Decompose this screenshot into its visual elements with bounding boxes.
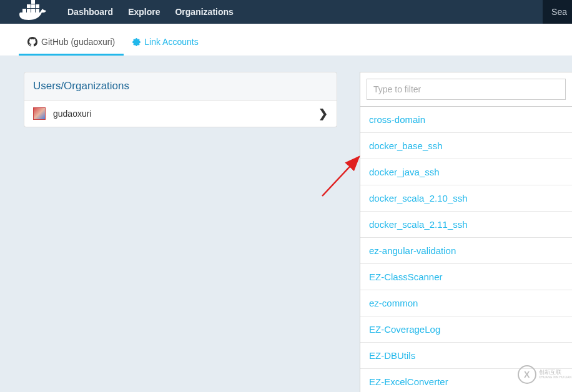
main-content: Users/Organizations gudaoxuri ❯ cross-do… bbox=[0, 56, 572, 392]
username-label: gudaoxuri bbox=[53, 109, 92, 119]
search-placeholder-partial: Sea bbox=[551, 7, 567, 17]
docker-logo[interactable] bbox=[19, 2, 49, 21]
avatar bbox=[33, 107, 46, 120]
repo-item[interactable]: docker_java_ssh bbox=[360, 159, 572, 185]
chevron-right-icon: ❯ bbox=[318, 107, 328, 120]
repo-item[interactable]: docker_scala_2.10_ssh bbox=[360, 185, 572, 212]
svg-rect-4 bbox=[27, 4, 31, 8]
tab-link-accounts[interactable]: Link Accounts bbox=[124, 28, 207, 56]
svg-rect-7 bbox=[31, 0, 35, 4]
filter-container bbox=[360, 72, 572, 107]
github-icon bbox=[27, 37, 37, 47]
repo-item[interactable]: EZ-CoverageLog bbox=[360, 316, 572, 343]
users-orgs-header: Users/Organizations bbox=[24, 72, 337, 100]
repo-item[interactable]: docker_base_ssh bbox=[360, 133, 572, 159]
user-row-gudaoxuri[interactable]: gudaoxuri ❯ bbox=[24, 100, 337, 127]
svg-rect-1 bbox=[27, 9, 31, 12]
svg-rect-2 bbox=[31, 9, 35, 12]
repo-item[interactable]: ez-common bbox=[360, 290, 572, 316]
tab-link-accounts-label: Link Accounts bbox=[144, 37, 198, 47]
nav-links: Dashboard Explore Organizations bbox=[60, 7, 241, 17]
sub-navigation: GitHub (gudaoxuri) Link Accounts bbox=[0, 24, 572, 56]
repo-item[interactable]: cross-domain bbox=[360, 107, 572, 133]
repo-item[interactable]: EZ-ClassScanner bbox=[360, 264, 572, 290]
top-navigation: Dashboard Explore Organizations Sea bbox=[0, 0, 572, 24]
tab-github[interactable]: GitHub (gudaoxuri) bbox=[19, 28, 124, 56]
svg-rect-0 bbox=[22, 9, 26, 12]
repo-item[interactable]: docker_scala_2.11_ssh bbox=[360, 212, 572, 238]
tab-github-label: GitHub (gudaoxuri) bbox=[41, 37, 115, 47]
filter-input[interactable] bbox=[367, 79, 566, 100]
repo-list: cross-domain docker_base_ssh docker_java… bbox=[360, 107, 572, 392]
nav-dashboard[interactable]: Dashboard bbox=[60, 7, 121, 17]
search-box[interactable]: Sea bbox=[543, 0, 572, 24]
left-column: Users/Organizations gudaoxuri ❯ bbox=[24, 72, 337, 392]
repo-item[interactable]: ez-angular-validation bbox=[360, 238, 572, 264]
nav-organizations[interactable]: Organizations bbox=[167, 7, 240, 17]
repo-item[interactable]: EZ-ExcelConverter bbox=[360, 369, 572, 392]
svg-rect-6 bbox=[36, 4, 39, 8]
gear-icon bbox=[132, 38, 141, 46]
repo-item[interactable]: EZ-DBUtils bbox=[360, 343, 572, 369]
svg-rect-5 bbox=[31, 4, 35, 8]
right-column: cross-domain docker_base_ssh docker_java… bbox=[360, 72, 572, 392]
svg-rect-3 bbox=[36, 9, 39, 12]
nav-explore[interactable]: Explore bbox=[121, 7, 167, 17]
